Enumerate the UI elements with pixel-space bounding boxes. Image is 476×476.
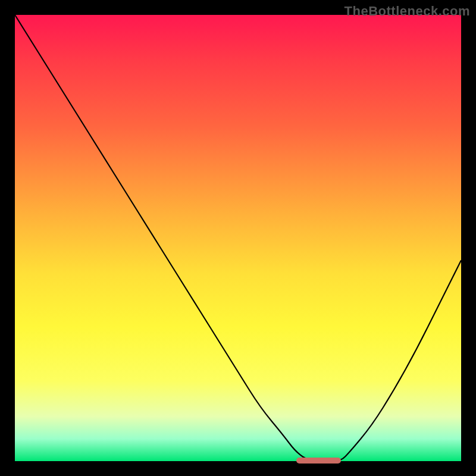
chart-curve-svg [15, 15, 461, 461]
chart-plot-area [15, 15, 461, 461]
minimum-region-band [296, 458, 341, 464]
watermark-text: TheBottleneck.com [345, 4, 470, 19]
bottleneck-curve [15, 15, 461, 461]
